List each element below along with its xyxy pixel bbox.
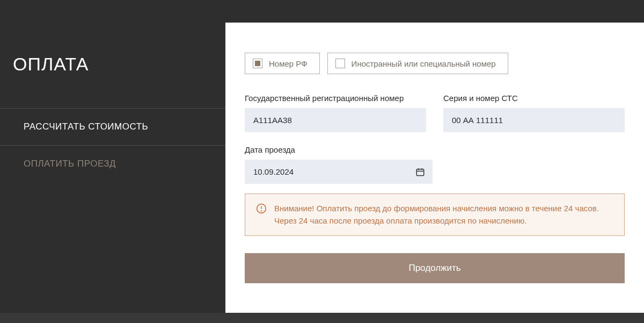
plate-type-radio-group: Номер РФ Иностранный или специальный ном… <box>245 53 625 74</box>
svg-rect-0 <box>416 169 424 175</box>
sidebar-item-label: ОПЛАТИТЬ ПРОЕЗД <box>24 159 116 169</box>
date-input-wrapper <box>245 160 433 184</box>
sidebar-item-calculate[interactable]: РАССЧИТАТЬ СТОИМОСТЬ <box>0 108 225 146</box>
sidebar-nav: РАССЧИТАТЬ СТОИМОСТЬ ОПЛАТИТЬ ПРОЕЗД <box>0 108 225 182</box>
sts-label: Серия и номер СТС <box>443 94 625 103</box>
radio-label: Номер РФ <box>269 59 308 68</box>
reg-number-label: Государственный регистрационный номер <box>245 94 426 103</box>
radio-foreign[interactable]: Иностранный или специальный номер <box>327 53 508 74</box>
calendar-icon[interactable] <box>415 167 425 177</box>
sidebar-item-label: РАССЧИТАТЬ СТОИМОСТЬ <box>24 121 148 132</box>
top-bar <box>0 0 644 23</box>
page-title: ОПЛАТА <box>0 23 225 75</box>
radio-label: Иностранный или специальный номер <box>352 59 496 68</box>
main-layout: ОПЛАТА РАССЧИТАТЬ СТОИМОСТЬ ОПЛАТИТЬ ПРО… <box>0 23 644 313</box>
sidebar: ОПЛАТА РАССЧИТАТЬ СТОИМОСТЬ ОПЛАТИТЬ ПРО… <box>0 23 225 313</box>
radio-rf[interactable]: Номер РФ <box>245 53 320 74</box>
sts-input[interactable] <box>443 108 625 132</box>
field-reg-number: Государственный регистрационный номер <box>245 94 426 132</box>
continue-button[interactable]: Продолжить <box>245 253 625 283</box>
field-date: Дата проезда <box>245 145 433 184</box>
date-label: Дата проезда <box>245 145 433 154</box>
radio-box-icon <box>253 59 262 68</box>
date-input[interactable] <box>245 160 433 184</box>
alert-text: Внимание! Оплатить проезд до формировани… <box>274 203 613 227</box>
field-sts: Серия и номер СТС <box>443 94 625 132</box>
reg-number-input[interactable] <box>245 108 426 132</box>
radio-box-icon <box>335 59 345 68</box>
svg-point-6 <box>261 211 262 211</box>
bottom-bar <box>0 313 644 323</box>
warning-alert: Внимание! Оплатить проезд до формировани… <box>245 193 625 236</box>
field-row-1: Государственный регистрационный номер Се… <box>245 94 625 132</box>
sidebar-item-pay[interactable]: ОПЛАТИТЬ ПРОЕЗД <box>0 146 225 182</box>
content: Номер РФ Иностранный или специальный ном… <box>225 23 644 313</box>
warning-icon <box>256 203 267 214</box>
continue-button-label: Продолжить <box>408 263 460 273</box>
